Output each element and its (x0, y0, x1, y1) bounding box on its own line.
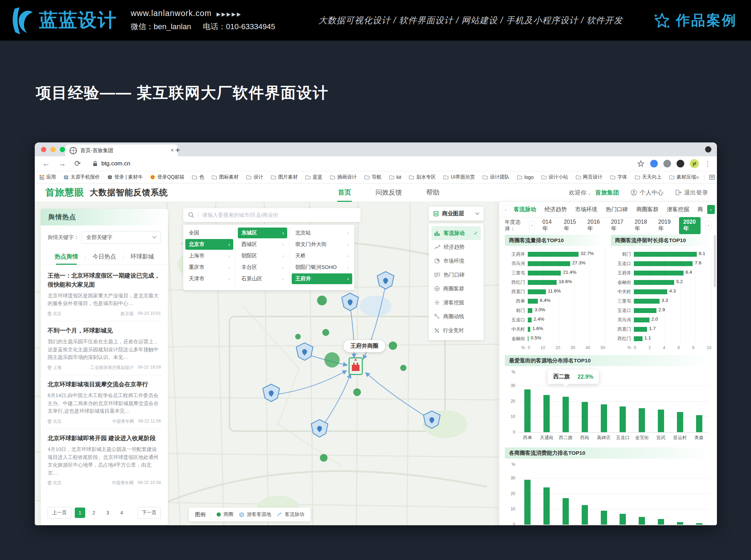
layer-item-客流脉动[interactable]: 客流脉动✓ (431, 226, 481, 240)
selected-business-marker[interactable] (349, 358, 362, 374)
year-scroll-left-icon[interactable]: ‹ (529, 221, 535, 230)
visitor-origin-markers[interactable] (263, 272, 440, 437)
bookmark-item[interactable]: 字体 (610, 174, 627, 180)
cascade-item-全国[interactable]: 全国 (185, 228, 233, 238)
tabs-scroll-left-icon[interactable]: ‹ (502, 205, 510, 214)
cascade-item-王府井[interactable]: 王府井› (292, 273, 352, 284)
year-2016年[interactable]: 2016年 (584, 217, 603, 234)
cascade-item-朝阳门银河SOHO[interactable]: 朝阳门银河SOHO› (292, 262, 352, 273)
reload-icon[interactable]: ⟳ (74, 159, 81, 168)
window-controls[interactable] (41, 147, 65, 152)
extension-dark-icon[interactable] (677, 160, 684, 167)
logout-link[interactable]: 退出登录 (675, 189, 708, 197)
bookmarks-overflow-icon[interactable]: » (696, 174, 699, 180)
avatar[interactable]: yl (690, 159, 699, 168)
profile-link[interactable]: 个人中心 (631, 189, 663, 197)
news-item[interactable]: 北京环球影城项目观摩交流会在京举行6月14日,由中国土木工程学会总工程师工作委员… (48, 375, 161, 429)
layer-item-经济趋势[interactable]: 经济趋势 (431, 240, 481, 254)
year-2018年[interactable]: 2018年 (632, 217, 651, 234)
bookmark-item[interactable]: kit (389, 174, 401, 180)
year-2020年[interactable]: 2020年 (679, 217, 701, 234)
cascade-item-西城区[interactable]: 西城区› (238, 239, 287, 250)
bookmark-item[interactable]: 导航 (364, 174, 381, 180)
cascade-item-东城区[interactable]: 东城区› (238, 228, 287, 238)
layer-item-商圈客群[interactable]: 商圈客群 (431, 282, 481, 296)
tab-close-icon[interactable]: × (171, 147, 174, 154)
year-014年[interactable]: 014年 (540, 217, 556, 234)
back-icon[interactable]: ← (42, 159, 50, 168)
nav-item-帮助[interactable]: 帮助 (426, 184, 440, 201)
news-item[interactable]: 王他一：北京环球度假区一期建设已完成，很快能和大家见面北京环球度假区是国家重大产… (48, 266, 161, 321)
cascade-item-天桥[interactable]: 天桥› (292, 250, 352, 261)
panel-tab-商圈客群[interactable]: 商圈客群 (632, 206, 663, 213)
year-2015年[interactable]: 2015年 (561, 217, 580, 234)
layer-item-商圈动线[interactable]: 商圈动线 (431, 310, 481, 323)
browser-profile-icon[interactable] (705, 146, 711, 153)
close-window-icon[interactable] (41, 147, 46, 152)
bookmark-item[interactable]: 色 (192, 174, 204, 180)
bookmark-item[interactable]: 划水专区 (409, 174, 436, 180)
bookmark-item[interactable]: 太原手机报价 (64, 174, 100, 180)
panel-tab-商[interactable]: 商 (693, 206, 707, 213)
sidebar-tab[interactable]: 环球影城 (123, 249, 161, 265)
prev-page-button[interactable]: 上一页 (48, 507, 71, 519)
bookmark-item[interactable]: 蓝蓝 (305, 174, 322, 180)
news-item[interactable]: 北京环球影城即将开园 建设进入收尾阶段4月10日，北京环球影城主题公园及一些配套… (48, 429, 161, 490)
bookmark-item[interactable]: UI界面欣赏 (443, 174, 475, 180)
cascade-item-石景山区[interactable]: 石景山区› (238, 273, 287, 284)
forward-icon[interactable]: → (58, 159, 66, 168)
year-scroll-right-icon[interactable]: › (705, 221, 711, 230)
cascade-item-朝阳区[interactable]: 朝阳区› (238, 250, 287, 261)
cascade-item-北京站[interactable]: 北京站› (292, 228, 352, 238)
bookmark-item[interactable]: 设计小站 (541, 174, 568, 180)
layer-item-行业竞对[interactable]: 行业竞对 (431, 323, 481, 337)
panel-scrollbar[interactable] (714, 235, 716, 287)
page-number-1[interactable]: 1 (75, 508, 85, 518)
bookmark-star-icon[interactable] (637, 160, 645, 167)
cascade-item-北京市[interactable]: 北京市› (185, 239, 233, 250)
layer-item-市场环境[interactable]: 市场环境 (431, 254, 481, 268)
new-tab-button[interactable]: + (175, 145, 180, 155)
extension-gray-icon[interactable] (663, 160, 671, 167)
layers-dropdown[interactable]: 商业图层 (429, 207, 484, 221)
bookmark-item[interactable]: 应用 (40, 174, 56, 180)
panel-tab-热门口碑[interactable]: 热门口碑 (601, 206, 632, 213)
keyword-select[interactable]: 全部关键字 (82, 231, 161, 244)
panel-tab-客流脉动[interactable]: 客流脉动 (510, 206, 540, 213)
cascade-item-上海市[interactable]: 上海市› (185, 250, 233, 261)
page-number-4[interactable]: 4 (116, 508, 127, 518)
sidebar-tab[interactable]: 今日热点 (86, 249, 123, 265)
year-2019年[interactable]: 2019年 (655, 217, 674, 234)
cascade-item-丰台区[interactable]: 丰台区› (238, 262, 287, 273)
bookmark-item[interactable]: logo (517, 174, 533, 180)
minimize-window-icon[interactable] (50, 147, 56, 152)
nav-item-问效反馈[interactable]: 问效反馈 (375, 184, 403, 201)
page-number-3[interactable]: 3 (103, 508, 113, 518)
page-number-2[interactable]: 2 (89, 508, 99, 518)
bookmark-item[interactable]: 素材压缩 (669, 174, 696, 180)
sidebar-tab[interactable]: 热点舆情 (48, 249, 85, 265)
cascade-item-崇文门外大街[interactable]: 崇文门外大街› (292, 239, 352, 250)
bookmark-item[interactable]: 设计团队 (483, 174, 509, 180)
nav-item-首页[interactable]: 首页 (337, 184, 352, 201)
url-field[interactable]: btg.com.cn (92, 160, 130, 167)
layer-item-热门口碑[interactable]: 热门口碑 (431, 268, 481, 282)
next-page-button[interactable]: 下一页 (137, 507, 161, 519)
bookmark-item[interactable]: 设计 (246, 174, 263, 180)
layer-item-潜客挖掘[interactable]: 潜客挖掘 (431, 296, 481, 310)
bookmark-item[interactable]: 图标素材 (212, 174, 239, 180)
bookmark-item[interactable]: 网页设计 (576, 174, 603, 180)
cascade-item-天津市[interactable]: 天津市› (185, 273, 233, 284)
portfolio-link[interactable]: 作品案例 (653, 11, 737, 30)
extension-blue-icon[interactable] (650, 160, 658, 167)
maximize-window-icon[interactable] (60, 147, 65, 152)
map-search-input[interactable]: 请输入要搜索的城市/区县/商业街 (183, 208, 361, 222)
bookmark-item[interactable]: 登录QQ邮箱 (150, 174, 184, 180)
panel-tab-市场环境[interactable]: 市场环境 (571, 206, 601, 213)
browser-tab[interactable]: 首页-首旅集团 × (65, 145, 178, 156)
panel-tab-经济趋势[interactable]: 经济趋势 (540, 206, 571, 213)
cascade-item-重庆市[interactable]: 重庆市› (185, 262, 233, 273)
bookmark-item[interactable]: 图片素材 (271, 174, 298, 180)
panel-tab-潜客挖掘[interactable]: 潜客挖掘 (663, 206, 693, 213)
browser-menu-icon[interactable]: ⋮ (704, 160, 711, 167)
